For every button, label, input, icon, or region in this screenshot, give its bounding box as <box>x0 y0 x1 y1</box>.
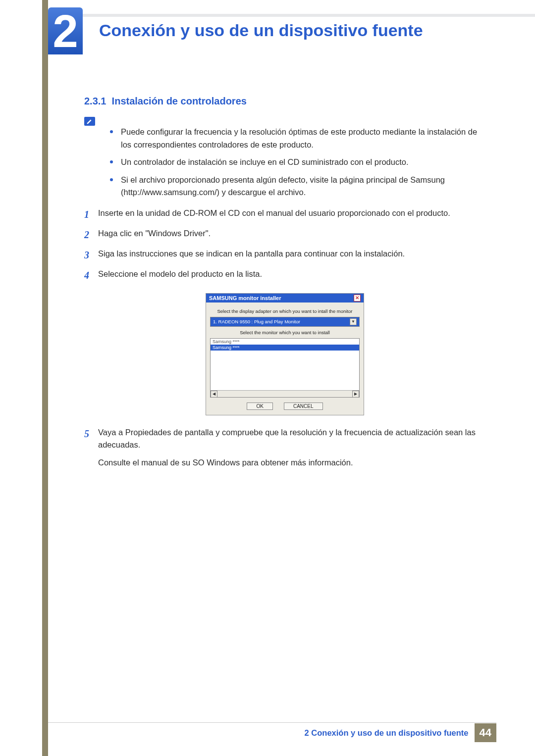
close-icon[interactable]: ✕ <box>354 295 361 302</box>
step-item: 3 Siga las instrucciones que se indican … <box>84 248 485 263</box>
installer-titlebar: SAMSUNG monitor installer ✕ <box>206 294 364 302</box>
step-text: Siga las instrucciones que se indican en… <box>98 248 405 263</box>
step-text: Vaya a Propiedades de pantalla y comprue… <box>98 426 485 469</box>
section-heading: 2.3.1 Instalación de controladores <box>84 96 485 107</box>
left-stripe <box>42 0 48 756</box>
bullet-icon <box>110 178 113 181</box>
step-text: Inserte en la unidad de CD-ROM el CD con… <box>98 207 450 222</box>
step-text: Seleccione el modelo del producto en la … <box>98 268 262 283</box>
installer-title-text: SAMSUNG monitor installer <box>209 295 281 301</box>
installer-label: Select the monitor which you want to ins… <box>210 330 360 335</box>
footer-divider <box>48 722 496 723</box>
cancel-button[interactable]: CANCEL <box>284 403 323 410</box>
step-number: 4 <box>84 268 98 283</box>
notes-list: Puede configurar la frecuencia y la reso… <box>110 126 485 199</box>
step-number: 1 <box>84 207 98 222</box>
step-number: 3 <box>84 248 98 263</box>
dropdown-selected: 1. RADEON 9550 : Plug and Play Monitor <box>213 319 300 324</box>
footer: 2 Conexión y uso de un dispositivo fuent… <box>305 723 496 742</box>
chevron-down-icon[interactable]: ▼ <box>350 318 357 325</box>
note-text: Puede configurar la frecuencia y la reso… <box>121 126 485 151</box>
footer-text: 2 Conexión y uso de un dispositivo fuent… <box>305 728 469 738</box>
ok-button[interactable]: OK <box>247 403 272 410</box>
step-item: 5 Vaya a Propiedades de pantalla y compr… <box>84 426 485 469</box>
steps-list-cont: 5 Vaya a Propiedades de pantalla y compr… <box>84 426 485 469</box>
installer-dialog: SAMSUNG monitor installer ✕ Select the d… <box>206 293 364 415</box>
bullet-icon <box>110 130 113 133</box>
chapter-title: Conexión y uso de un dispositivo fuente <box>99 21 423 40</box>
step5-extra: Consulte el manual de su SO Windows para… <box>98 456 485 469</box>
note-item: Si el archivo proporcionado presenta alg… <box>110 174 485 199</box>
installer-body: Select the display adapter on which you … <box>206 302 364 415</box>
chapter-badge: 2 <box>48 7 83 54</box>
note-item: Un controlador de instalación se incluye… <box>110 156 485 169</box>
list-item[interactable]: Samsung **** <box>211 339 359 345</box>
step-number: 2 <box>84 227 98 243</box>
note-item: Puede configurar la frecuencia y la reso… <box>110 126 485 151</box>
step-number: 5 <box>84 426 98 469</box>
section-number: 2.3.1 <box>84 96 106 106</box>
monitor-list[interactable]: Samsung **** Samsung **** ◀ ▶ <box>210 338 360 398</box>
section-title: Instalación de controladores <box>112 96 247 106</box>
footer-page: 44 <box>475 723 496 742</box>
step5-main: Vaya a Propiedades de pantalla y comprue… <box>98 426 485 452</box>
list-item[interactable]: Samsung **** <box>211 345 359 351</box>
bullet-icon <box>110 160 113 163</box>
installer-buttons: OK CANCEL <box>210 403 360 410</box>
chapter-number: 2 <box>53 8 78 54</box>
step-item: 2 Haga clic en "Windows Driver". <box>84 227 485 243</box>
main-content: 2.3.1 Instalación de controladores Puede… <box>84 96 485 474</box>
installer-label: Select the display adapter on which you … <box>210 308 360 314</box>
steps-list: 1 Inserte en la unidad de CD-ROM el CD c… <box>84 207 485 283</box>
note-text: Un controlador de instalación se incluye… <box>121 156 409 169</box>
step-text: Haga clic en "Windows Driver". <box>98 227 211 243</box>
horizontal-scrollbar[interactable]: ◀ ▶ <box>211 390 359 397</box>
step-item: 4 Seleccione el modelo del producto en l… <box>84 268 485 283</box>
step-item: 1 Inserte en la unidad de CD-ROM el CD c… <box>84 207 485 222</box>
scroll-left-icon[interactable]: ◀ <box>211 391 217 398</box>
adapter-dropdown[interactable]: 1. RADEON 9550 : Plug and Play Monitor ▼ <box>210 317 360 327</box>
note-text: Si el archivo proporcionado presenta alg… <box>121 174 485 199</box>
scroll-right-icon[interactable]: ▶ <box>352 391 359 398</box>
